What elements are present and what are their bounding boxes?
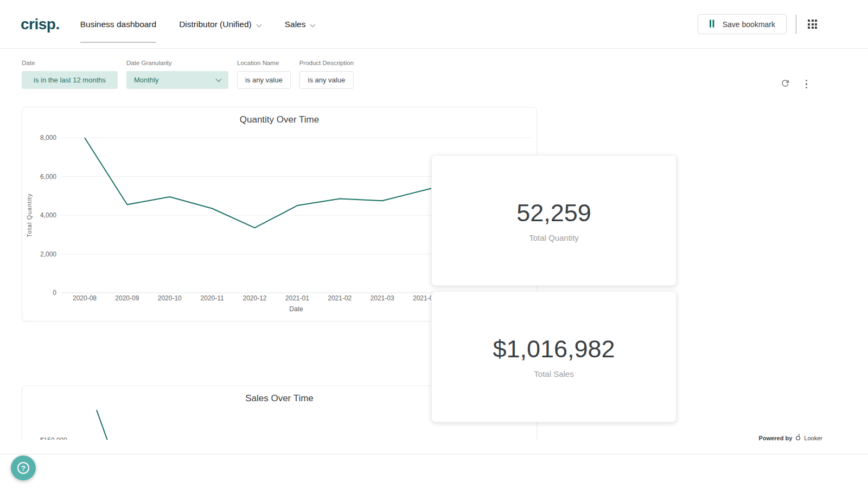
filter-location-input[interactable]: is any value: [237, 71, 291, 89]
svg-text:2020-12: 2020-12: [242, 294, 266, 302]
svg-text:2021-02: 2021-02: [328, 294, 352, 302]
kpi-label: Total Sales: [534, 369, 573, 378]
svg-text:0: 0: [53, 289, 56, 297]
svg-text:2020-10: 2020-10: [158, 294, 182, 302]
filter-product: Product Description is any value: [299, 60, 354, 89]
help-icon: ?: [17, 462, 29, 474]
filter-location: Location Name is any value: [237, 60, 291, 89]
app-header: crisp. Business dashboard Distributor (U…: [0, 0, 868, 49]
kpi-value: $1,016,982: [493, 335, 615, 363]
refresh-button[interactable]: [780, 78, 790, 90]
tab-distributor[interactable]: Distributor (Unified): [179, 19, 262, 30]
chevron-down-icon: [256, 20, 262, 30]
footer-divider: [0, 454, 868, 454]
svg-text:Total Quantity: Total Quantity: [26, 193, 33, 237]
tab-business-dashboard[interactable]: Business dashboard: [80, 20, 156, 29]
tab-label: Business dashboard: [80, 20, 156, 29]
refresh-icon: [780, 78, 790, 90]
kpi-value: 52,259: [516, 199, 591, 227]
looker-brand-text: Looker: [804, 435, 822, 441]
dashboard-actions: [780, 78, 809, 90]
chevron-down-icon: [310, 20, 316, 30]
filter-granularity: Date Granularity Monthly: [126, 60, 228, 89]
filter-product-input[interactable]: is any value: [299, 71, 354, 89]
svg-text:8,000: 8,000: [40, 134, 56, 142]
svg-text:2020-08: 2020-08: [73, 294, 97, 302]
kpi-label: Total Quantity: [529, 233, 579, 242]
help-button[interactable]: ?: [11, 455, 36, 480]
looker-logo-icon: [795, 434, 801, 442]
filter-date: Date is in the last 12 months: [22, 60, 118, 89]
bookmark-icon: [709, 20, 716, 29]
svg-text:2021-03: 2021-03: [371, 294, 394, 302]
select-value: Monthly: [134, 76, 159, 84]
svg-text:2020-09: 2020-09: [115, 294, 139, 302]
dashboard-main: Date is in the last 12 months Date Granu…: [0, 49, 868, 440]
chevron-down-icon: [215, 76, 222, 84]
tab-sales[interactable]: Sales: [285, 19, 316, 30]
filter-label: Date: [22, 60, 118, 66]
svg-text:6,000: 6,000: [40, 173, 56, 181]
powered-by-looker[interactable]: Powered by Looker: [759, 434, 822, 442]
header-actions: Save bookmark: [698, 14, 819, 34]
header-divider: [796, 15, 796, 34]
filter-bar: Date is in the last 12 months Date Granu…: [22, 60, 354, 89]
svg-text:2,000: 2,000: [40, 251, 56, 258]
kpi-total-sales-card: $1,016,982 Total Sales: [431, 291, 676, 422]
save-bookmark-button[interactable]: Save bookmark: [698, 14, 787, 34]
svg-text:4,000: 4,000: [40, 211, 56, 219]
filter-label: Product Description: [299, 60, 354, 66]
kpi-total-quantity-card: 52,259 Total Quantity: [431, 155, 676, 286]
tab-label: Distributor (Unified): [179, 20, 252, 29]
more-options-button[interactable]: [805, 79, 809, 90]
powered-by-text: Powered by: [759, 435, 793, 441]
filter-label: Location Name: [237, 60, 291, 66]
apps-grid-button[interactable]: [806, 17, 819, 31]
filter-granularity-select[interactable]: Monthly: [126, 71, 228, 89]
main-nav: Business dashboard Distributor (Unified)…: [80, 19, 316, 30]
crisp-logo[interactable]: crisp.: [21, 16, 60, 33]
tab-label: Sales: [285, 20, 306, 29]
filter-label: Date Granularity: [126, 60, 228, 66]
svg-text:2021-01: 2021-01: [285, 294, 309, 302]
filter-date-chip[interactable]: is in the last 12 months: [22, 71, 118, 89]
save-bookmark-label: Save bookmark: [723, 20, 775, 29]
svg-text:$150,000: $150,000: [40, 436, 67, 440]
svg-text:Date: Date: [289, 305, 303, 313]
svg-text:2020-11: 2020-11: [201, 294, 224, 302]
